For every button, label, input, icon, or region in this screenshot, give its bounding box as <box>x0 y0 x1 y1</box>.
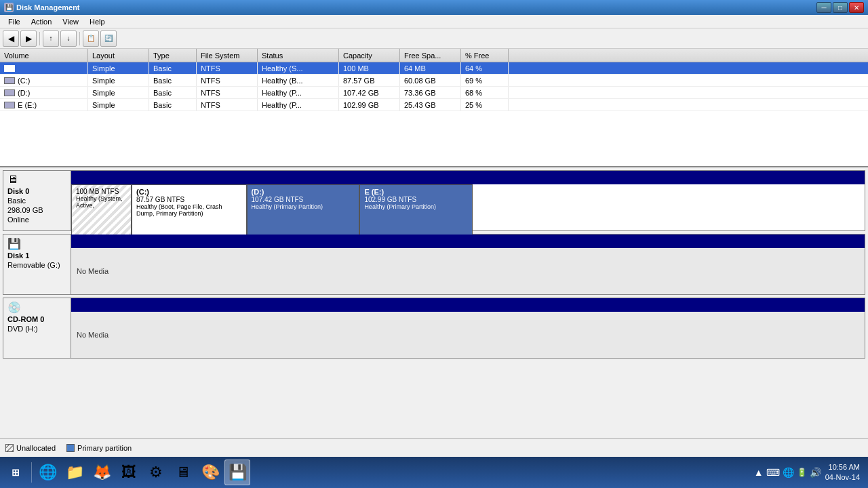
tray-keyboard[interactable]: ⌨ <box>766 467 780 478</box>
taskbar-sep <box>31 462 32 483</box>
taskbar-diskmgmt[interactable]: 💾 <box>224 460 250 485</box>
partition-size: 107.42 GB NTFS <box>252 196 355 203</box>
legend-primary-label: Primary partition <box>77 444 132 452</box>
col-header-layout[interactable]: Layout <box>88 49 149 62</box>
taskbar-ie[interactable]: 🌐 <box>35 460 60 485</box>
table-header: Volume Layout Type File System Status Ca… <box>0 49 868 62</box>
td-capacity: 100 MB <box>339 62 400 74</box>
start-button[interactable]: ⊞ <box>3 460 28 485</box>
td-type: Basic <box>149 99 197 110</box>
col-header-type[interactable]: Type <box>149 49 197 62</box>
partition-label: E (E:) <box>364 188 468 196</box>
window-controls: ─ □ ✕ <box>816 2 864 13</box>
toolbar-sep-2 <box>79 32 80 45</box>
col-header-free[interactable]: Free Spa... <box>400 49 461 62</box>
col-header-fs[interactable]: File System <box>197 49 258 62</box>
disk-name: Disk 0 <box>7 187 66 195</box>
disk-header-band <box>71 298 865 312</box>
td-pct: 68 % <box>461 87 509 98</box>
td-pct: 64 % <box>461 62 509 74</box>
disk-icon: 💾 <box>7 237 66 250</box>
disk-header-band <box>71 235 865 248</box>
system-tray: ▲ ⌨ 🌐 🔋 🔊 <box>754 467 821 478</box>
window-title: Disk Management <box>16 3 80 12</box>
td-capacity: 107.42 GB <box>339 87 400 98</box>
td-free: 60.08 GB <box>400 75 461 86</box>
taskbar-explorer[interactable]: 📁 <box>62 460 87 485</box>
menu-view[interactable]: View <box>57 16 84 27</box>
toolbar-back[interactable]: ◀ <box>3 30 19 47</box>
legend-bar: Unallocated Primary partition <box>0 438 868 457</box>
col-header-status[interactable]: Status <box>258 49 339 62</box>
col-header-capacity[interactable]: Capacity <box>339 49 400 62</box>
tray-battery[interactable]: 🔋 <box>797 468 807 477</box>
td-fs: NTFS <box>197 62 258 74</box>
col-header-pct[interactable]: % Free <box>461 49 509 62</box>
menu-file[interactable]: File <box>3 16 26 27</box>
clock-date: 04-Nov-14 <box>825 472 860 483</box>
td-fs: NTFS <box>197 87 258 98</box>
disk-partitions: 100 MB NTFS Healthy (System, Active, (C:… <box>71 171 865 230</box>
partition-status: Healthy (Primary Partition) <box>364 203 468 210</box>
taskbar-paint[interactable]: 🎨 <box>197 460 223 485</box>
partition-status: Healthy (System, Active, <box>76 195 127 209</box>
partition-size: 102.99 GB NTFS <box>364 196 468 203</box>
menu-bar: File Action View Help <box>0 15 868 28</box>
toolbar-forward[interactable]: ▶ <box>20 30 37 47</box>
partition-status: Healthy (Primary Partition) <box>252 203 355 210</box>
toolbar-properties[interactable]: 📋 <box>83 30 99 47</box>
minimize-button[interactable]: ─ <box>816 2 831 13</box>
td-capacity: 87.57 GB <box>339 75 400 86</box>
col-header-volume[interactable]: Volume <box>0 49 88 62</box>
taskbar: ⊞ 🌐 📁 🦊 🖼 ⚙ 🖥 🎨 💾 ▲ ⌨ 🌐 🔋 🔊 10:56 AM 04-… <box>0 457 868 488</box>
disk-header-band <box>71 171 865 184</box>
menu-action[interactable]: Action <box>26 16 58 27</box>
disk-partitions: No Media <box>71 235 865 294</box>
taskbar-right: ▲ ⌨ 🌐 🔋 🔊 10:56 AM 04-Nov-14 <box>754 462 865 483</box>
close-button[interactable]: ✕ <box>849 2 864 13</box>
taskbar-photos[interactable]: 🖼 <box>116 460 142 485</box>
td-type: Basic <box>149 75 197 86</box>
disk-label: 🖥 Disk 0 Basic 298.09 GB Online <box>3 171 71 230</box>
taskbar-remote[interactable]: 🖥 <box>170 460 196 485</box>
disk-icon: 🖥 <box>7 174 66 186</box>
clock[interactable]: 10:56 AM 04-Nov-14 <box>825 462 860 483</box>
td-volume: (C:) <box>0 75 88 86</box>
disk-size: 298.09 GB <box>7 206 66 214</box>
td-layout: Simple <box>88 99 149 110</box>
tray-network[interactable]: 🌐 <box>783 467 794 478</box>
disk-icon: 💿 <box>7 301 66 314</box>
table-row[interactable]: Simple Basic NTFS Healthy (S... 100 MB 6… <box>0 62 868 75</box>
disk-name: Disk 1 <box>7 251 66 260</box>
disk-row: 💾 Disk 1 Removable (G:) No Media <box>3 234 865 295</box>
vol-icon <box>4 77 15 84</box>
table-row[interactable]: (D:) Simple Basic NTFS Healthy (P... 107… <box>0 87 868 99</box>
tray-arrow[interactable]: ▲ <box>754 467 764 478</box>
menu-help[interactable]: Help <box>84 16 111 27</box>
table-rows: Simple Basic NTFS Healthy (S... 100 MB 6… <box>0 62 868 111</box>
taskbar-firefox[interactable]: 🦊 <box>89 460 115 485</box>
vol-icon <box>4 89 15 96</box>
partition-size: 87.57 GB NTFS <box>136 196 242 203</box>
restore-button[interactable]: □ <box>833 2 848 13</box>
table-row[interactable]: E (E:) Simple Basic NTFS Healthy (P... 1… <box>0 99 868 111</box>
td-fs: NTFS <box>197 75 258 86</box>
table-row[interactable]: (C:) Simple Basic NTFS Healthy (B... 87.… <box>0 75 868 87</box>
taskbar-settings[interactable]: ⚙ <box>143 460 169 485</box>
legend-primary-icon <box>66 444 75 452</box>
td-volume: (D:) <box>0 87 88 98</box>
vol-icon <box>4 65 15 72</box>
td-pct: 25 % <box>461 99 509 110</box>
td-capacity: 102.99 GB <box>339 99 400 110</box>
td-status: Healthy (S... <box>258 62 339 74</box>
td-pct: 69 % <box>461 75 509 86</box>
td-status: Healthy (P... <box>258 99 339 110</box>
disk-type: Basic <box>7 197 66 205</box>
td-fs: NTFS <box>197 99 258 110</box>
toolbar-down[interactable]: ↓ <box>60 30 77 47</box>
tray-volume[interactable]: 🔊 <box>810 467 821 478</box>
toolbar-up[interactable]: ↑ <box>43 30 59 47</box>
toolbar-refresh[interactable]: 🔄 <box>100 30 117 47</box>
disk-row: 💿 CD-ROM 0 DVD (H:) No Media <box>3 298 865 359</box>
app-icon: 💾 <box>4 3 14 12</box>
